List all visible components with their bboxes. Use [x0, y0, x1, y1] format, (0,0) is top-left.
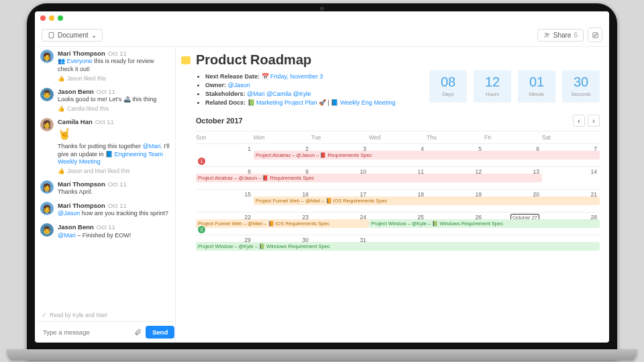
message-text: Looks good to me! Let's 🚢 this thing — [58, 96, 156, 104]
camera-dot — [320, 7, 324, 11]
laptop-frame: Document ⌄ Share 6 👩 — [27, 3, 617, 359]
minimize-dot[interactable] — [49, 15, 54, 21]
event-count-badge[interactable]: 2 — [198, 226, 205, 233]
app-window: Document ⌄ Share 6 👩 — [35, 11, 609, 343]
dow: Thu — [427, 131, 484, 143]
message: 👩 Mari ThompsonOct 11 Thanks April. — [40, 180, 170, 196]
weekday-header: Sun Mon Tue Wed Thu Fri Sat — [196, 131, 600, 143]
share-count: 6 — [574, 32, 578, 39]
message-text: Thanks April. — [58, 188, 127, 196]
message-text: how are you tracking this sprint? — [80, 210, 168, 217]
doc-link[interactable]: 📘 Weekly Eng Meeting — [331, 99, 395, 106]
attach-button[interactable] — [134, 326, 142, 339]
message-author: Mari Thompson — [58, 50, 105, 57]
mention[interactable]: @Mari — [143, 143, 161, 149]
laptop-base — [7, 349, 637, 360]
field-label: Stakeholders: — [205, 90, 246, 97]
calendar-grid[interactable]: 1 1 2 3 4 5 6 7 Project Alcatraz – @Jaso… — [196, 143, 600, 257]
countdown-cell: 01Minute — [518, 70, 555, 103]
calendar-event[interactable]: Project Alcatraz – @Jason – 📕 Requiremen… — [254, 151, 600, 160]
message-text: – Finished by EOW! — [76, 232, 131, 239]
share-button[interactable]: Share 6 — [537, 29, 584, 42]
message: 👩 Mari ThompsonOct 11 @Jason how are you… — [40, 202, 170, 218]
message: 👨 Jason BennOct 11 @Mari – Finished by E… — [40, 223, 170, 239]
message-author: Camila Han — [58, 118, 93, 125]
read-receipt: ✓Read by Kyle and Mari — [35, 310, 175, 321]
mention[interactable]: 👥 Everyone — [58, 58, 93, 64]
message-time: Oct 11 — [108, 50, 127, 57]
avatar: 👩 — [40, 202, 54, 215]
mention[interactable]: @Mari — [58, 232, 76, 239]
dow: Sun — [196, 131, 254, 143]
thumbs-up-icon: 👍 — [58, 75, 65, 82]
calendar-event[interactable]: Project Alcatraz – @Jason – 📕 Requiremen… — [196, 174, 542, 182]
calendar: Sun Mon Tue Wed Thu Fri Sat 1 1 2 — [196, 131, 600, 257]
field-label: Related Docs: — [205, 99, 246, 106]
pencil-square-icon — [592, 32, 599, 39]
countdown: 08Days 12Hours 01Minute 30Seconds — [429, 70, 600, 103]
mention[interactable]: @Jason — [228, 82, 250, 88]
close-dot[interactable] — [40, 15, 46, 21]
countdown-cell: 30Seconds — [562, 70, 600, 103]
compose-button[interactable] — [588, 27, 602, 42]
calendar-event[interactable]: Project Window – @Kyle – 📗 Windows Requi… — [369, 219, 600, 228]
message: 👩 Mari ThompsonOct 11 👥 Everyone this is… — [40, 50, 170, 82]
calendar-event[interactable]: Project Funnel Web – @Mari – 📙 iOS Requi… — [196, 219, 369, 228]
message-time: Oct 11 — [97, 88, 115, 95]
svg-point-2 — [547, 34, 549, 35]
share-label: Share — [553, 32, 572, 39]
people-icon — [543, 32, 551, 39]
avatar: 👩 — [40, 118, 54, 131]
top-toolbar: Document ⌄ Share 6 — [35, 25, 609, 47]
next-month-button[interactable]: › — [588, 115, 600, 127]
thumbs-up-icon: 👍 — [58, 168, 65, 175]
document-dropdown[interactable]: Document ⌄ — [42, 29, 103, 42]
page-title: Product Roadmap — [196, 52, 600, 68]
window-controls — [35, 11, 609, 25]
mention[interactable]: @Jason — [58, 210, 80, 217]
countdown-cell: 12Hours — [474, 70, 511, 103]
day-cell[interactable]: 1 1 — [196, 143, 254, 166]
calendar-month: October 2017 — [196, 117, 243, 125]
calendar-header: October 2017 ‹ › — [196, 115, 600, 127]
event-count-badge[interactable]: 1 — [198, 158, 205, 165]
message-time: Oct 11 — [108, 180, 127, 188]
message-input[interactable] — [40, 326, 130, 339]
send-button[interactable]: Send — [146, 326, 174, 339]
svg-point-1 — [545, 33, 547, 35]
avatar: 👩 — [40, 50, 54, 63]
compose-bar: Send — [35, 321, 175, 343]
thumbs-up-icon: 👍 — [58, 105, 65, 113]
message-author: Jason Benn — [58, 223, 94, 231]
calendar-event[interactable]: Project Window – @Kyle – 📗 Windows Requi… — [196, 242, 600, 251]
dow: Wed — [369, 131, 427, 143]
doc-link[interactable]: 📗 Marketing Project Plan 🚀 — [248, 99, 327, 106]
message: 👨 Jason BennOct 11 Looks good to me! Let… — [40, 88, 170, 113]
check-icon: ✓ — [42, 312, 47, 318]
comments-sidebar: 👩 Mari ThompsonOct 11 👥 Everyone this is… — [35, 47, 176, 343]
calendar-event[interactable]: Project Funnel Web – @Mari – 📙 iOS Requi… — [254, 196, 600, 205]
avatar: 👩 — [40, 180, 54, 194]
date-link[interactable]: 📅 Friday, November 3 — [262, 73, 323, 80]
reaction-emoji: 🤘 — [58, 127, 170, 141]
message: 👩 Camila HanOct 11 🤘 Thanks for putting … — [40, 118, 170, 175]
day-cell[interactable]: 15 — [196, 189, 254, 212]
message-time: Oct 11 — [97, 223, 115, 231]
document-area: Product Roadmap Next Release Date: 📅 Fri… — [176, 47, 609, 343]
prev-month-button[interactable]: ‹ — [573, 115, 585, 127]
message-time: Oct 11 — [95, 118, 114, 125]
message-author: Mari Thompson — [58, 180, 105, 188]
zoom-dot[interactable] — [58, 15, 63, 21]
countdown-cell: 08Days — [429, 70, 467, 103]
comment-marker-icon[interactable] — [181, 56, 191, 64]
day-cell[interactable]: 14 — [542, 166, 600, 189]
liked-by: 👍Camila liked this — [58, 105, 156, 113]
dow: Sat — [542, 131, 600, 143]
svg-rect-3 — [592, 32, 597, 37]
mention[interactable]: @Mari @Camila @Kyle — [247, 90, 311, 97]
metadata-list: Next Release Date: 📅 Friday, November 3 … — [196, 73, 395, 108]
message-author: Jason Benn — [58, 88, 94, 95]
field-label: Next Release Date: — [205, 73, 260, 80]
message-author: Mari Thompson — [58, 202, 105, 209]
dow: Mon — [254, 131, 311, 143]
